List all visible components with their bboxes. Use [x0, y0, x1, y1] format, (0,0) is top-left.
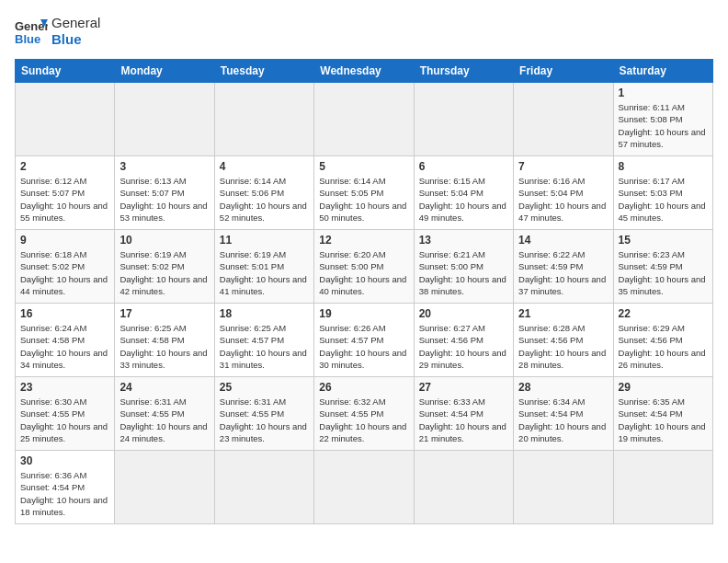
day-number: 13 — [419, 234, 508, 247]
day-info: Sunrise: 6:22 AM Sunset: 4:59 PM Dayligh… — [518, 248, 608, 297]
day-number: 8 — [619, 160, 708, 173]
day-info: Sunrise: 6:23 AM Sunset: 4:59 PM Dayligh… — [619, 248, 708, 297]
day-number: 3 — [119, 160, 209, 173]
day-number: 21 — [518, 307, 608, 320]
day-number: 11 — [220, 234, 309, 247]
week-row-2: 2Sunrise: 6:12 AM Sunset: 5:07 PM Daylig… — [16, 156, 713, 230]
day-cell — [414, 451, 513, 524]
day-number: 30 — [20, 454, 109, 467]
day-cell: 3Sunrise: 6:13 AM Sunset: 5:07 PM Daylig… — [115, 156, 214, 230]
day-number: 10 — [119, 234, 209, 247]
day-cell: 5Sunrise: 6:14 AM Sunset: 5:05 PM Daylig… — [314, 156, 414, 230]
logo-icon: General Blue — [15, 17, 48, 45]
day-number: 28 — [518, 381, 608, 394]
day-cell — [16, 83, 115, 156]
day-number: 26 — [319, 381, 408, 394]
day-cell: 2Sunrise: 6:12 AM Sunset: 5:07 PM Daylig… — [16, 156, 115, 230]
day-info: Sunrise: 6:16 AM Sunset: 5:04 PM Dayligh… — [518, 175, 608, 224]
week-row-3: 9Sunrise: 6:18 AM Sunset: 5:02 PM Daylig… — [16, 230, 713, 304]
day-info: Sunrise: 6:28 AM Sunset: 4:56 PM Dayligh… — [518, 322, 608, 371]
day-info: Sunrise: 6:27 AM Sunset: 4:56 PM Dayligh… — [419, 322, 508, 371]
weekday-header-saturday: Saturday — [613, 60, 712, 83]
page-header: General Blue General Blue — [15, 15, 713, 48]
day-number: 25 — [220, 381, 309, 394]
day-cell — [214, 83, 313, 156]
logo-blue: Blue — [51, 31, 82, 47]
day-cell: 25Sunrise: 6:31 AM Sunset: 4:55 PM Dayli… — [214, 377, 313, 451]
day-cell: 21Sunrise: 6:28 AM Sunset: 4:56 PM Dayli… — [514, 304, 613, 377]
day-number: 18 — [220, 307, 309, 320]
day-cell: 12Sunrise: 6:20 AM Sunset: 5:00 PM Dayli… — [314, 230, 414, 304]
day-info: Sunrise: 6:11 AM Sunset: 5:08 PM Dayligh… — [619, 101, 708, 150]
calendar-header: SundayMondayTuesdayWednesdayThursdayFrid… — [16, 60, 713, 83]
day-info: Sunrise: 6:25 AM Sunset: 4:58 PM Dayligh… — [119, 322, 209, 371]
day-info: Sunrise: 6:19 AM Sunset: 5:01 PM Dayligh… — [220, 248, 309, 297]
day-info: Sunrise: 6:30 AM Sunset: 4:55 PM Dayligh… — [20, 396, 109, 444]
day-cell: 23Sunrise: 6:30 AM Sunset: 4:55 PM Dayli… — [16, 377, 115, 451]
weekday-header-wednesday: Wednesday — [314, 60, 414, 83]
day-info: Sunrise: 6:25 AM Sunset: 4:57 PM Dayligh… — [220, 322, 309, 371]
day-info: Sunrise: 6:34 AM Sunset: 4:54 PM Dayligh… — [518, 396, 608, 444]
calendar-table: SundayMondayTuesdayWednesdayThursdayFrid… — [15, 59, 713, 524]
day-cell: 13Sunrise: 6:21 AM Sunset: 5:00 PM Dayli… — [414, 230, 513, 304]
week-row-4: 16Sunrise: 6:24 AM Sunset: 4:58 PM Dayli… — [16, 304, 713, 377]
day-info: Sunrise: 6:29 AM Sunset: 4:56 PM Dayligh… — [619, 322, 708, 371]
day-cell: 11Sunrise: 6:19 AM Sunset: 5:01 PM Dayli… — [214, 230, 313, 304]
day-number: 14 — [518, 234, 608, 247]
day-cell — [613, 451, 712, 524]
day-cell: 19Sunrise: 6:26 AM Sunset: 4:57 PM Dayli… — [314, 304, 414, 377]
day-cell: 14Sunrise: 6:22 AM Sunset: 4:59 PM Dayli… — [514, 230, 613, 304]
day-info: Sunrise: 6:36 AM Sunset: 4:54 PM Dayligh… — [20, 469, 109, 518]
day-number: 1 — [619, 86, 708, 99]
logo-general: General — [51, 15, 100, 30]
day-info: Sunrise: 6:24 AM Sunset: 4:58 PM Dayligh… — [20, 322, 109, 371]
day-cell: 9Sunrise: 6:18 AM Sunset: 5:02 PM Daylig… — [16, 230, 115, 304]
day-cell: 17Sunrise: 6:25 AM Sunset: 4:58 PM Dayli… — [115, 304, 214, 377]
svg-text:Blue: Blue — [15, 32, 40, 45]
day-number: 29 — [619, 381, 708, 394]
day-cell — [314, 83, 414, 156]
day-cell: 27Sunrise: 6:33 AM Sunset: 4:54 PM Dayli… — [414, 377, 513, 451]
day-info: Sunrise: 6:18 AM Sunset: 5:02 PM Dayligh… — [20, 248, 109, 297]
day-cell — [414, 83, 513, 156]
day-number: 27 — [419, 381, 508, 394]
day-number: 16 — [20, 307, 109, 320]
day-number: 24 — [119, 381, 209, 394]
day-info: Sunrise: 6:14 AM Sunset: 5:06 PM Dayligh… — [220, 175, 309, 224]
day-cell — [514, 83, 613, 156]
day-info: Sunrise: 6:20 AM Sunset: 5:00 PM Dayligh… — [319, 248, 408, 297]
weekday-header-thursday: Thursday — [414, 60, 513, 83]
weekday-header-monday: Monday — [115, 60, 214, 83]
day-info: Sunrise: 6:33 AM Sunset: 4:54 PM Dayligh… — [419, 396, 508, 444]
day-info: Sunrise: 6:14 AM Sunset: 5:05 PM Dayligh… — [319, 175, 408, 224]
day-cell: 8Sunrise: 6:17 AM Sunset: 5:03 PM Daylig… — [613, 156, 712, 230]
day-cell: 28Sunrise: 6:34 AM Sunset: 4:54 PM Dayli… — [514, 377, 613, 451]
day-number: 12 — [319, 234, 408, 247]
day-number: 19 — [319, 307, 408, 320]
day-cell: 29Sunrise: 6:35 AM Sunset: 4:54 PM Dayli… — [613, 377, 712, 451]
weekday-header-sunday: Sunday — [16, 60, 115, 83]
day-cell: 30Sunrise: 6:36 AM Sunset: 4:54 PM Dayli… — [16, 451, 115, 524]
day-cell: 24Sunrise: 6:31 AM Sunset: 4:55 PM Dayli… — [115, 377, 214, 451]
day-info: Sunrise: 6:17 AM Sunset: 5:03 PM Dayligh… — [619, 175, 708, 224]
day-number: 15 — [619, 234, 708, 247]
week-row-1: 1Sunrise: 6:11 AM Sunset: 5:08 PM Daylig… — [16, 83, 713, 156]
day-cell: 10Sunrise: 6:19 AM Sunset: 5:02 PM Dayli… — [115, 230, 214, 304]
day-number: 23 — [20, 381, 109, 394]
day-cell: 20Sunrise: 6:27 AM Sunset: 4:56 PM Dayli… — [414, 304, 513, 377]
week-row-5: 23Sunrise: 6:30 AM Sunset: 4:55 PM Dayli… — [16, 377, 713, 451]
day-cell: 16Sunrise: 6:24 AM Sunset: 4:58 PM Dayli… — [16, 304, 115, 377]
day-cell — [214, 451, 313, 524]
day-info: Sunrise: 6:19 AM Sunset: 5:02 PM Dayligh… — [119, 248, 209, 297]
day-info: Sunrise: 6:35 AM Sunset: 4:54 PM Dayligh… — [619, 396, 708, 444]
weekday-header-friday: Friday — [514, 60, 613, 83]
day-info: Sunrise: 6:31 AM Sunset: 4:55 PM Dayligh… — [119, 396, 209, 444]
logo: General Blue General Blue — [15, 15, 100, 48]
day-number: 22 — [619, 307, 708, 320]
day-info: Sunrise: 6:31 AM Sunset: 4:55 PM Dayligh… — [220, 396, 309, 444]
day-info: Sunrise: 6:15 AM Sunset: 5:04 PM Dayligh… — [419, 175, 508, 224]
day-cell — [115, 451, 214, 524]
day-cell: 4Sunrise: 6:14 AM Sunset: 5:06 PM Daylig… — [214, 156, 313, 230]
day-number: 6 — [419, 160, 508, 173]
day-info: Sunrise: 6:26 AM Sunset: 4:57 PM Dayligh… — [319, 322, 408, 371]
